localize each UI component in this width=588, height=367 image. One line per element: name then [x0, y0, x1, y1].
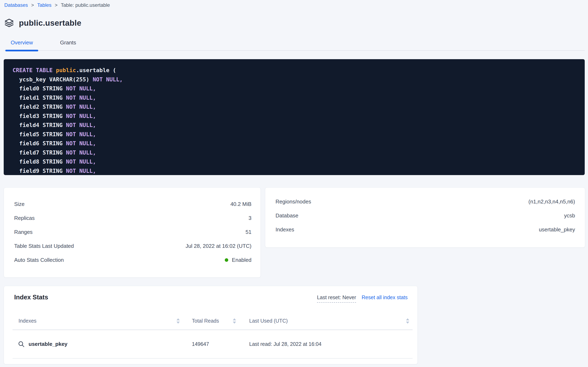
- stat-value-text: 40.2 MiB: [230, 201, 251, 207]
- column-header-total-reads[interactable]: Total Reads: [180, 318, 245, 324]
- index-stats-table: Indexes Total Reads Last Used (UTC) user…: [13, 318, 413, 359]
- stat-row-indexes: Indexesusertable_pkey: [275, 223, 575, 236]
- stat-value: Jul 28, 2022 at 16:02 (UTC): [185, 243, 251, 249]
- sort-arrows-icon[interactable]: [176, 318, 180, 324]
- stat-label: Size: [14, 201, 25, 207]
- sql-token: public: [56, 67, 76, 73]
- index-name-cell: usertable_pkey: [13, 341, 180, 348]
- status-dot-green: [225, 258, 228, 262]
- table-details-card: Size40.2 MiBReplicas3Ranges51Table Stats…: [4, 187, 261, 278]
- sql-line-7: field5 STRING NOT NULL,: [13, 130, 581, 139]
- search-icon: [18, 341, 25, 348]
- sql-line-2: field0 STRING NOT NULL,: [13, 84, 581, 93]
- index-stats-header: Index Stats Last reset: Never Reset all …: [14, 293, 408, 303]
- sql-token: NOT NULL,: [66, 104, 96, 110]
- sql-token: field6 STRING: [13, 140, 66, 147]
- column-label: Indexes: [18, 318, 37, 324]
- index-stats-reset-group: Last reset: Never Reset all index stats: [317, 294, 408, 303]
- stat-label: Table Stats Last Updated: [14, 243, 74, 249]
- sql-line-11: field9 STRING NOT NULL,: [13, 167, 581, 175]
- sql-token: field3 STRING: [13, 113, 66, 119]
- breadcrumb: Databases > Tables > Table: public.usert…: [4, 2, 110, 8]
- column-header-last-used[interactable]: Last Used (UTC): [245, 318, 413, 324]
- stat-label: Auto Stats Collection: [14, 257, 64, 263]
- tab-overview[interactable]: Overview: [5, 39, 38, 50]
- stat-value-text: usertable_pkey: [539, 226, 575, 233]
- index-total-reads: 149647: [180, 341, 245, 347]
- breadcrumb-separator-icon: >: [55, 2, 58, 8]
- sort-arrows-icon[interactable]: [406, 318, 409, 324]
- breadcrumb-item-current: Table: public.usertable: [61, 2, 110, 8]
- sql-create-statement: CREATE TABLE public.usertable ( ycsb_key…: [4, 59, 585, 175]
- breadcrumb-item-tables[interactable]: Tables: [37, 2, 51, 8]
- sql-token: field9 STRING: [13, 168, 66, 174]
- index-name: usertable_pkey: [29, 341, 67, 347]
- stat-row-auto-stats-collection: Auto Stats CollectionEnabled: [14, 253, 251, 267]
- db-details-rows: Regions/nodes(n1,n2,n3,n4,n5,n6)Database…: [275, 195, 575, 236]
- sql-line-3: field1 STRING NOT NULL,: [13, 93, 581, 102]
- sql-token: field2 STRING: [13, 104, 66, 110]
- stat-value: ycsb: [564, 212, 575, 219]
- stat-row-ranges: Ranges51: [14, 225, 251, 239]
- sql-token: NOT NULL,: [66, 158, 96, 165]
- sql-token: NOT NULL,: [66, 94, 96, 101]
- stat-value-text: 51: [246, 229, 251, 235]
- sql-token: CREATE TABLE: [13, 67, 56, 73]
- stat-row-database: Databaseycsb: [275, 209, 575, 223]
- breadcrumb-item-databases[interactable]: Databases: [4, 2, 28, 8]
- stat-value-text: ycsb: [564, 212, 575, 219]
- index-last-used: Last read: Jul 28, 2022 at 16:04: [245, 341, 413, 347]
- stat-value: 40.2 MiB: [230, 201, 251, 207]
- stat-value-text: Enabled: [232, 257, 251, 263]
- stat-value: 51: [246, 229, 251, 235]
- index-stats-card: Index Stats Last reset: Never Reset all …: [4, 286, 418, 364]
- stat-row-regions-nodes: Regions/nodes(n1,n2,n3,n4,n5,n6): [275, 195, 575, 209]
- sql-line-0: CREATE TABLE public.usertable (: [13, 66, 581, 75]
- sql-token: field0 STRING: [13, 85, 66, 92]
- column-header-indexes[interactable]: Indexes: [13, 318, 180, 324]
- table-layers-icon: [4, 18, 14, 28]
- column-label: Last Used (UTC): [249, 318, 288, 324]
- table-details-rows: Size40.2 MiBReplicas3Ranges51Table Stats…: [14, 197, 251, 267]
- sql-token: NOT NULL,: [66, 122, 96, 128]
- sql-line-4: field2 STRING NOT NULL,: [13, 102, 581, 112]
- sql-token: field5 STRING: [13, 131, 66, 137]
- sql-line-10: field8 STRING NOT NULL,: [13, 157, 581, 167]
- stat-row-replicas: Replicas3: [14, 211, 251, 225]
- sql-token: NOT NULL,: [66, 85, 96, 92]
- last-reset-label: Last reset: Never: [317, 294, 356, 303]
- stat-value-text: 3: [248, 215, 251, 221]
- stat-label: Database: [275, 212, 298, 219]
- stat-row-size: Size40.2 MiB: [14, 197, 251, 211]
- tab-bar: Overview Grants: [4, 39, 585, 51]
- sql-token: field1 STRING: [13, 94, 66, 101]
- sql-token: NOT NULL,: [66, 131, 96, 137]
- stat-row-table-stats-last-updated: Table Stats Last UpdatedJul 28, 2022 at …: [14, 239, 251, 253]
- stat-label: Regions/nodes: [275, 199, 311, 205]
- tab-grants[interactable]: Grants: [55, 39, 81, 50]
- sql-token: NOT NULL,: [66, 113, 96, 119]
- stat-value-text: (n1,n2,n3,n4,n5,n6): [528, 199, 575, 205]
- sql-token: NOT NULL,: [66, 168, 96, 174]
- stat-label: Replicas: [14, 215, 35, 221]
- stat-value-text: Jul 28, 2022 at 16:02 (UTC): [185, 243, 251, 249]
- column-label: Total Reads: [192, 318, 219, 324]
- breadcrumb-separator-icon: >: [31, 2, 34, 8]
- sql-token: field7 STRING: [13, 149, 66, 156]
- sql-line-9: field7 STRING NOT NULL,: [13, 148, 581, 157]
- stat-label: Indexes: [275, 226, 294, 233]
- sql-token: NOT NULL,: [93, 76, 123, 83]
- stat-label: Ranges: [14, 229, 33, 235]
- stat-value: Enabled: [225, 257, 251, 263]
- index-table-header: Indexes Total Reads Last Used (UTC): [13, 318, 413, 330]
- reset-all-index-stats-link[interactable]: Reset all index stats: [362, 294, 408, 300]
- sql-token: field8 STRING: [13, 158, 66, 165]
- index-stats-title: Index Stats: [14, 293, 48, 301]
- stat-value: 3: [248, 215, 251, 221]
- page-header: public.usertable: [4, 18, 81, 28]
- page-title: public.usertable: [19, 18, 81, 27]
- sql-token: NOT NULL,: [66, 149, 96, 156]
- sql-line-5: field3 STRING NOT NULL,: [13, 112, 581, 121]
- sort-arrows-icon[interactable]: [233, 318, 236, 324]
- sql-token: field4 STRING: [13, 122, 66, 128]
